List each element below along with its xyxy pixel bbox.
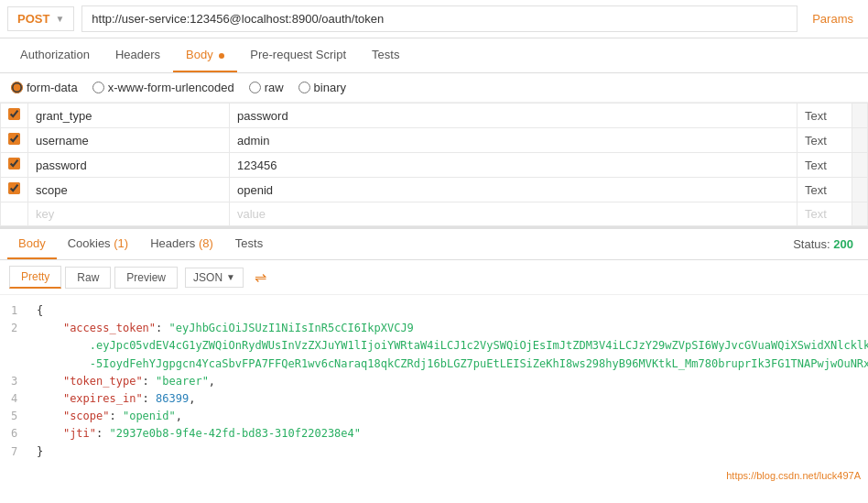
tab-tests[interactable]: Tests (359, 38, 412, 72)
response-code-area: 1 { 2 "access_token": "eyJhbGciOiJSUzI1N… (0, 295, 868, 468)
radio-urlencoded[interactable]: x-www-form-urlencoded (92, 81, 234, 94)
radio-binary[interactable]: binary (298, 81, 346, 94)
key-cell-2: password (28, 153, 230, 178)
tab-pre-request-script[interactable]: Pre-request Script (237, 38, 359, 72)
format-selector[interactable]: JSON ▼ (185, 268, 244, 288)
type-cell-1: Text (797, 128, 852, 153)
key-cell-3: scope (28, 178, 230, 202)
method-label: POST (17, 12, 49, 26)
key-cell-1: username (28, 128, 230, 153)
type-cell-2: Text (797, 153, 852, 178)
response-tabs: Body Cookies (1) Headers (8) Tests (7, 229, 274, 259)
radio-form-data-input[interactable] (11, 82, 23, 93)
body-options: form-data x-www-form-urlencoded raw bina… (0, 73, 868, 103)
body-dot-indicator (219, 53, 224, 59)
value-placeholder-cell: value (230, 202, 797, 226)
type-placeholder-cell: Text (797, 202, 852, 226)
radio-urlencoded-input[interactable] (92, 82, 104, 93)
pretty-button[interactable]: Pretty (9, 266, 61, 289)
code-line-1: 1 { (11, 302, 857, 320)
radio-binary-input[interactable] (298, 82, 310, 93)
checkbox-cell-2[interactable] (1, 153, 28, 178)
code-line-6: 6 "jti": "2937e0b8-9f4e-42fd-bd83-310f22… (11, 425, 857, 443)
method-arrow-icon: ▼ (55, 14, 64, 24)
tab-authorization[interactable]: Authorization (7, 38, 103, 72)
status-code: 200 (833, 237, 853, 251)
code-line-5: 5 "scope": "openid", (11, 408, 857, 425)
top-bar: POST ▼ Params (0, 0, 868, 38)
method-button[interactable]: POST ▼ (7, 6, 74, 31)
response-tab-body[interactable]: Body (7, 229, 57, 259)
row-checkbox-2[interactable] (8, 158, 20, 169)
value-cell-0: password (230, 104, 797, 128)
table-row-placeholder: key value Text (1, 202, 868, 226)
response-tab-headers[interactable]: Headers (8) (139, 229, 224, 259)
radio-raw[interactable]: raw (249, 81, 284, 94)
table-row: scope openid Text (1, 178, 868, 202)
format-icon[interactable]: ⇌ (255, 268, 266, 286)
code-line-3: 3 "token_type": "bearer", (11, 373, 857, 390)
row-checkbox-1[interactable] (8, 133, 20, 145)
tab-headers[interactable]: Headers (103, 38, 173, 72)
table-row: grant_type password Text (1, 104, 868, 128)
value-cell-2: 123456 (230, 153, 797, 178)
checkbox-cell-1[interactable] (1, 128, 28, 153)
code-line-4: 4 "expires_in": 86399, (11, 390, 857, 408)
preview-button[interactable]: Preview (114, 267, 178, 289)
radio-raw-input[interactable] (249, 82, 261, 93)
type-cell-0: Text (797, 104, 852, 128)
response-tab-tests[interactable]: Tests (224, 229, 274, 259)
row-checkbox-0[interactable] (8, 108, 20, 120)
form-table: grant_type password Text username ad (0, 103, 868, 226)
key-cell-0: grant_type (28, 104, 230, 128)
value-cell-1: admin (230, 128, 797, 153)
response-tabs-bar: Body Cookies (1) Headers (8) Tests Statu… (0, 226, 868, 260)
key-placeholder-cell: key (28, 202, 230, 226)
table-row: password 123456 Text (1, 153, 868, 178)
request-tabs-bar: Authorization Headers Body Pre-request S… (0, 38, 868, 73)
code-line-7: 7 } (11, 443, 857, 461)
response-tab-cookies[interactable]: Cookies (1) (57, 229, 140, 259)
value-cell-3: openid (230, 178, 797, 202)
bottom-link-bar: https://blog.csdn.net/luck497A (0, 468, 868, 483)
format-arrow-icon: ▼ (226, 272, 235, 282)
params-button[interactable]: Params (805, 7, 861, 30)
url-input[interactable] (81, 5, 797, 32)
row-checkbox-3[interactable] (8, 182, 20, 194)
cookies-count: (1) (114, 236, 128, 250)
checkbox-cell-placeholder (1, 202, 28, 226)
raw-button[interactable]: Raw (65, 267, 111, 289)
table-row: username admin Text (1, 128, 868, 153)
bottom-link: https://blog.csdn.net/luck497A (726, 470, 861, 481)
code-line-2: 2 "access_token": "eyJhbGciOiJSUzI1NiIsI… (11, 320, 857, 373)
response-toolbar: Pretty Raw Preview JSON ▼ ⇌ (0, 260, 868, 295)
headers-count: (8) (199, 236, 213, 250)
type-cell-3: Text (797, 178, 852, 202)
tab-body[interactable]: Body (173, 38, 237, 72)
status-bar: Status: 200 (793, 237, 861, 251)
radio-form-data[interactable]: form-data (11, 81, 78, 94)
checkbox-cell-0[interactable] (1, 104, 28, 128)
checkbox-cell-3[interactable] (1, 178, 28, 202)
